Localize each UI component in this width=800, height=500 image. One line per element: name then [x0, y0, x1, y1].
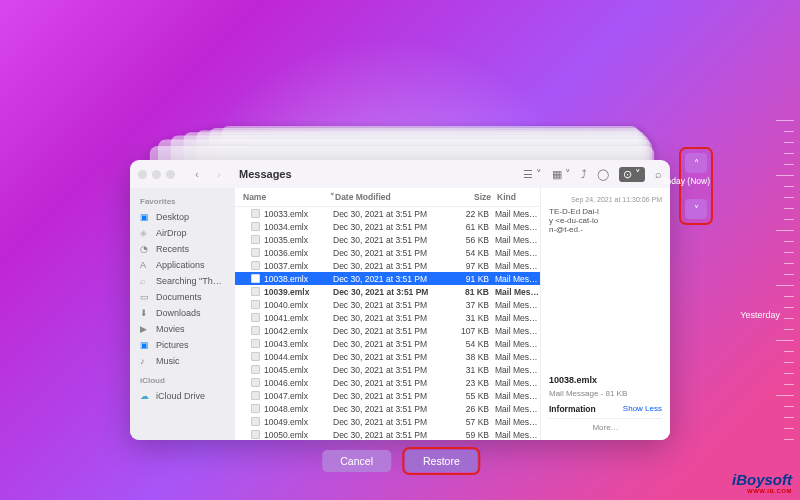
- table-row[interactable]: 10044.emlxDec 30, 2021 at 3:51 PM38 KBMa…: [235, 350, 540, 363]
- file-kind: Mail Mes…: [495, 365, 540, 375]
- restore-button[interactable]: Restore: [405, 450, 478, 472]
- file-name: 10033.emlx: [264, 209, 308, 219]
- file-size: 81 KB: [453, 287, 495, 297]
- file-date: Dec 30, 2021 at 3:51 PM: [333, 378, 453, 388]
- table-row[interactable]: 10035.emlxDec 30, 2021 at 3:51 PM56 KBMa…: [235, 233, 540, 246]
- file-size: 31 KB: [453, 365, 495, 375]
- show-less-link[interactable]: Show Less: [623, 404, 662, 414]
- col-name[interactable]: Name: [235, 192, 330, 202]
- table-row[interactable]: 10038.emlxDec 30, 2021 at 3:51 PM91 KBMa…: [235, 272, 540, 285]
- sidebar-item-downloads[interactable]: ⬇Downloads: [134, 305, 231, 321]
- table-row[interactable]: 10040.emlxDec 30, 2021 at 3:51 PM37 KBMa…: [235, 298, 540, 311]
- sidebar-item-pictures[interactable]: ▣Pictures: [134, 337, 231, 353]
- table-row[interactable]: 10049.emlxDec 30, 2021 at 3:51 PM57 KBMa…: [235, 415, 540, 428]
- file-kind: Mail Mes…: [495, 300, 540, 310]
- list-header[interactable]: Name ˅ Date Modified Size Kind: [235, 188, 540, 207]
- file-size: 54 KB: [453, 339, 495, 349]
- file-name: 10045.emlx: [264, 365, 308, 375]
- file-icon: [251, 300, 260, 309]
- file-icon: [251, 352, 260, 361]
- table-row[interactable]: 10037.emlxDec 30, 2021 at 3:51 PM97 KBMa…: [235, 259, 540, 272]
- file-icon: [251, 222, 260, 231]
- sidebar-item-icloud-drive[interactable]: ☁ iCloud Drive: [134, 388, 231, 404]
- file-kind: Mail Mes…: [495, 339, 540, 349]
- file-date: Dec 30, 2021 at 3:51 PM: [333, 391, 453, 401]
- sidebar-item-movies[interactable]: ▶Movies: [134, 321, 231, 337]
- file-kind: Mail Mes…: [495, 313, 540, 323]
- preview-date: Sep 24, 2021 at 11:30:06 PM: [549, 196, 662, 203]
- file-size: 55 KB: [453, 391, 495, 401]
- file-kind: Mail Mes…: [495, 326, 540, 336]
- file-name: 10036.emlx: [264, 248, 308, 258]
- preview-more[interactable]: More…: [549, 423, 662, 432]
- file-date: Dec 30, 2021 at 3:51 PM: [333, 365, 453, 375]
- table-row[interactable]: 10042.emlxDec 30, 2021 at 3:51 PM107 KBM…: [235, 324, 540, 337]
- timeline-down-button[interactable]: ˅: [685, 199, 707, 219]
- sidebar-item-searching-th-[interactable]: ⌕Searching "Th…: [134, 273, 231, 289]
- file-icon: [251, 313, 260, 322]
- table-row[interactable]: 10039.emlxDec 30, 2021 at 3:51 PM81 KBMa…: [235, 285, 540, 298]
- table-row[interactable]: 10050.emlxDec 30, 2021 at 3:51 PM59 KBMa…: [235, 428, 540, 440]
- file-date: Dec 30, 2021 at 3:51 PM: [333, 209, 453, 219]
- grid-view-icon[interactable]: ▦ ˅: [552, 168, 571, 181]
- file-date: Dec 30, 2021 at 3:51 PM: [333, 352, 453, 362]
- file-kind: Mail Mes…: [495, 430, 540, 440]
- file-date: Dec 30, 2021 at 3:51 PM: [333, 261, 453, 271]
- file-size: 59 KB: [453, 430, 495, 440]
- close-dot[interactable]: [138, 170, 147, 179]
- sidebar-heading-icloud: iCloud: [134, 373, 231, 388]
- sidebar-item-desktop[interactable]: ▣Desktop: [134, 209, 231, 225]
- timeline-up-button[interactable]: ˄: [685, 153, 707, 173]
- preview-kind-size: Mail Message - 81 KB: [549, 389, 662, 398]
- sidebar-item-music[interactable]: ♪Music: [134, 353, 231, 369]
- file-kind: Mail Mes…: [495, 417, 540, 427]
- table-row[interactable]: 10045.emlxDec 30, 2021 at 3:51 PM31 KBMa…: [235, 363, 540, 376]
- table-row[interactable]: 10033.emlxDec 30, 2021 at 3:51 PM22 KBMa…: [235, 207, 540, 220]
- col-size[interactable]: Size: [455, 192, 497, 202]
- sidebar-icon: ⬇: [140, 308, 151, 319]
- table-row[interactable]: 10043.emlxDec 30, 2021 at 3:51 PM54 KBMa…: [235, 337, 540, 350]
- table-row[interactable]: 10046.emlxDec 30, 2021 at 3:51 PM23 KBMa…: [235, 376, 540, 389]
- table-row[interactable]: 10036.emlxDec 30, 2021 at 3:51 PM54 KBMa…: [235, 246, 540, 259]
- table-row[interactable]: 10041.emlxDec 30, 2021 at 3:51 PM31 KBMa…: [235, 311, 540, 324]
- file-kind: Mail Mes…: [495, 235, 540, 245]
- forward-button[interactable]: ›: [211, 166, 227, 182]
- file-kind: Mail Mes…: [495, 378, 540, 388]
- max-dot[interactable]: [166, 170, 175, 179]
- file-size: 107 KB: [453, 326, 495, 336]
- file-name: 10050.emlx: [264, 430, 308, 440]
- file-icon: [251, 248, 260, 257]
- sidebar-item-recents[interactable]: ◔Recents: [134, 241, 231, 257]
- table-row[interactable]: 10048.emlxDec 30, 2021 at 3:51 PM26 KBMa…: [235, 402, 540, 415]
- file-date: Dec 30, 2021 at 3:51 PM: [333, 326, 453, 336]
- table-row[interactable]: 10034.emlxDec 30, 2021 at 3:51 PM61 KBMa…: [235, 220, 540, 233]
- share-icon[interactable]: ⤴: [581, 168, 587, 180]
- back-button[interactable]: ‹: [189, 166, 205, 182]
- titlebar: ‹ › Messages ☰ ˅ ▦ ˅ ⤴ ◯ ⊙ ˅ ⌕: [130, 160, 670, 188]
- file-size: 38 KB: [453, 352, 495, 362]
- sidebar-icon: ◈: [140, 228, 151, 239]
- file-name: 10042.emlx: [264, 326, 308, 336]
- action-icon[interactable]: ⊙ ˅: [619, 167, 645, 182]
- file-size: 37 KB: [453, 300, 495, 310]
- sidebar-item-applications[interactable]: AApplications: [134, 257, 231, 273]
- file-name: 10037.emlx: [264, 261, 308, 271]
- sidebar-icon: ▭: [140, 292, 151, 303]
- col-date[interactable]: Date Modified: [335, 192, 455, 202]
- min-dot[interactable]: [152, 170, 161, 179]
- search-icon[interactable]: ⌕: [655, 168, 662, 180]
- sidebar-item-airdrop[interactable]: ◈AirDrop: [134, 225, 231, 241]
- file-kind: Mail Mes…: [495, 287, 540, 297]
- file-size: 56 KB: [453, 235, 495, 245]
- table-row[interactable]: 10047.emlxDec 30, 2021 at 3:51 PM55 KBMa…: [235, 389, 540, 402]
- list-view-icon[interactable]: ☰ ˅: [523, 168, 542, 181]
- tag-icon[interactable]: ◯: [597, 168, 609, 181]
- file-icon: [251, 209, 260, 218]
- cancel-button[interactable]: Cancel: [322, 450, 391, 472]
- file-date: Dec 30, 2021 at 3:51 PM: [333, 417, 453, 427]
- sidebar-icon: A: [140, 260, 151, 271]
- file-kind: Mail Mes…: [495, 274, 540, 284]
- col-kind[interactable]: Kind: [497, 192, 542, 202]
- preview-subject: TE-D-Ed Dai-ly <e-du-cat-ion-@t-ed.-: [549, 207, 599, 235]
- sidebar-item-documents[interactable]: ▭Documents: [134, 289, 231, 305]
